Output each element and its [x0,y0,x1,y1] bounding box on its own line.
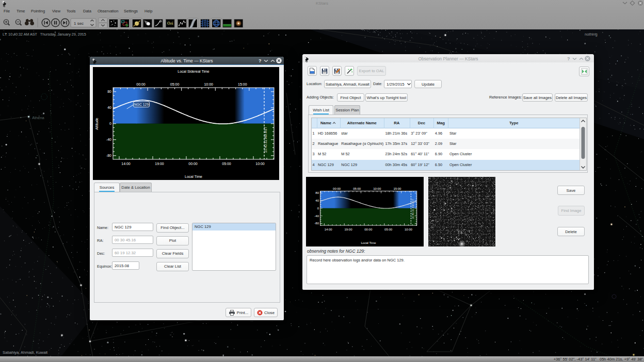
svg-text:10:00: 10:00 [405,228,413,231]
svg-text:14:00: 14:00 [121,162,131,166]
svg-text:10:00: 10:00 [204,83,213,86]
svg-text:80: 80 [315,191,319,194]
svg-text:00:00: 00:00 [136,83,146,86]
svg-text:05:00: 05:00 [222,162,231,166]
svg-text:1 sec: 1 sec [74,21,84,26]
svg-text:Ori: Ori [167,21,173,26]
svg-text:?: ? [567,56,570,61]
svg-text:00:00: 00:00 [364,228,373,231]
svg-text:-80: -80 [106,154,111,157]
svg-text:Altitude: Altitude [95,118,99,129]
svg-text:NGC 129: NGC 129 [134,103,149,106]
svg-text:05:00: 05:00 [353,187,361,190]
svg-text:14:00: 14:00 [325,228,333,231]
svg-text:0: 0 [109,122,111,125]
svg-text:05:00: 05:00 [170,83,180,86]
svg-text:15:00: 15:00 [393,187,401,190]
svg-text:00:00: 00:00 [333,187,341,190]
svg-text:40: 40 [315,199,319,202]
svg-text:Local Sidereal Time: Local Sidereal Time [178,70,210,73]
svg-text:19:00: 19:00 [344,228,352,231]
svg-text:00:00: 00:00 [188,162,198,166]
svg-text:10:40:32 AM AST: 10:40:32 AM AST [411,199,414,219]
svg-text:Athena: Athena [32,116,45,120]
svg-text:19:00: 19:00 [155,162,164,166]
svg-text:05:00: 05:00 [384,228,393,231]
svg-text:10:40:32 AM AST: 10:40:32 AM AST [264,127,267,153]
svg-text:15:00: 15:00 [238,83,247,86]
svg-text:10:00: 10:00 [373,187,381,190]
svg-text:-40: -40 [314,215,319,218]
svg-text:80: 80 [107,90,111,93]
svg-text:Local Time: Local Time [361,241,376,244]
svg-text:40: 40 [107,106,111,109]
svg-text:10:00: 10:00 [255,162,265,166]
svg-text:Local Time: Local Time [185,175,202,178]
svg-text:-40: -40 [106,138,111,141]
svg-text:?: ? [259,58,262,63]
svg-text:-80: -80 [314,222,319,225]
